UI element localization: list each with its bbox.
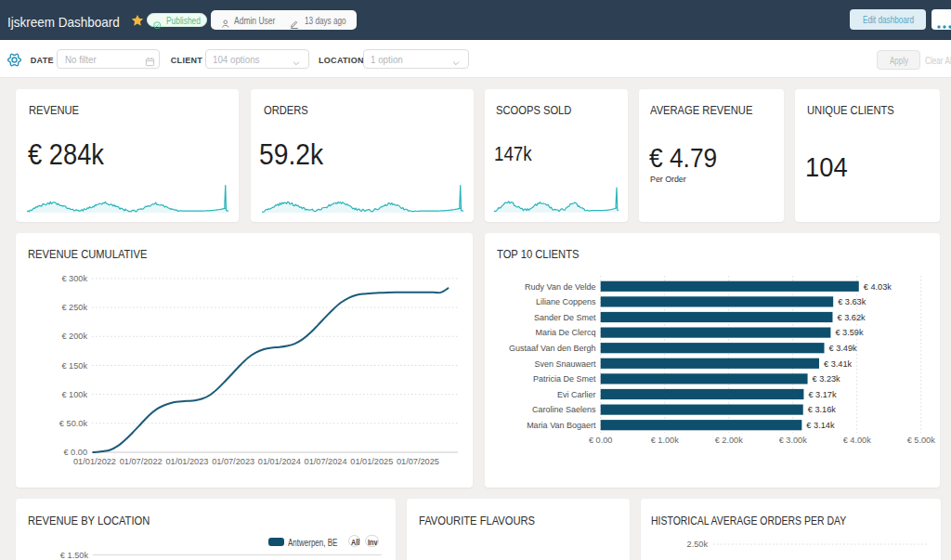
svg-text:2.50k: 2.50k (687, 540, 709, 549)
svg-text:€ 1.50k: € 1.50k (60, 551, 89, 560)
